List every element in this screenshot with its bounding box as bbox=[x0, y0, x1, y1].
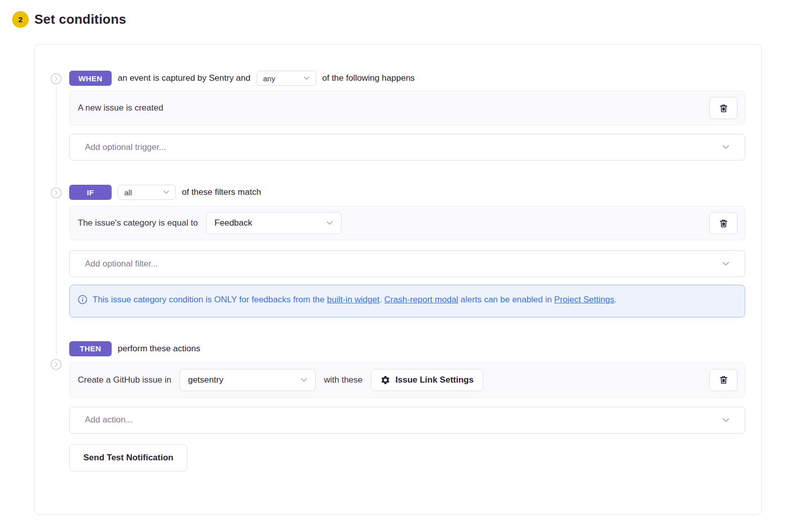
when-section: WHEN an event is captured by Sentry and … bbox=[69, 71, 745, 161]
step-number: 2 bbox=[18, 15, 22, 24]
info-icon bbox=[78, 293, 87, 309]
action-label: Create a GitHub issue in bbox=[78, 375, 171, 385]
info-alert: This issue category condition is ONLY fo… bbox=[69, 285, 745, 317]
add-filter-placeholder: Add optional filter... bbox=[85, 259, 158, 269]
github-repo-select[interactable]: getsentry bbox=[179, 369, 316, 391]
chevron-down-icon bbox=[304, 76, 310, 80]
chevron-down-icon bbox=[163, 190, 169, 194]
alert-text: . bbox=[379, 295, 384, 304]
chevron-right-circle-icon bbox=[51, 187, 62, 198]
gear-icon bbox=[380, 375, 390, 385]
github-repo-value: getsentry bbox=[188, 375, 223, 385]
crash-report-modal-link[interactable]: Crash-report modal bbox=[384, 295, 458, 304]
built-in-widget-link[interactable]: built-in widget bbox=[327, 295, 379, 304]
chevron-right-circle-icon bbox=[51, 73, 62, 84]
step-number-badge: 2 bbox=[12, 11, 29, 28]
if-filter-label: The issue's category is equal to bbox=[78, 218, 198, 228]
page-title: Set conditions bbox=[34, 12, 126, 27]
filter-category-select[interactable]: Feedback bbox=[206, 212, 341, 234]
chevron-down-icon bbox=[722, 261, 729, 266]
chevron-right-circle-icon bbox=[51, 359, 62, 370]
then-badge: THEN bbox=[69, 341, 112, 356]
delete-condition-button[interactable] bbox=[709, 97, 737, 119]
then-trail-text: perform these actions bbox=[118, 344, 200, 354]
send-test-notification-button[interactable]: Send Test Notification bbox=[69, 444, 187, 471]
when-condition-label: A new issue is created bbox=[78, 103, 163, 113]
then-header: THEN perform these actions bbox=[69, 341, 745, 356]
action-mid-text: with these bbox=[324, 375, 363, 385]
project-settings-link[interactable]: Project Settings bbox=[554, 295, 614, 304]
add-trigger-combobox[interactable]: Add optional trigger... bbox=[69, 134, 745, 161]
when-badge: WHEN bbox=[69, 71, 112, 86]
if-badge: IF bbox=[69, 185, 112, 200]
dashed-connector bbox=[56, 87, 57, 185]
chevron-down-icon bbox=[326, 221, 333, 225]
conditions-panel: WHEN an event is captured by Sentry and … bbox=[34, 44, 762, 515]
filter-category-value: Feedback bbox=[215, 218, 253, 228]
trash-icon bbox=[718, 375, 729, 385]
when-lead-text: an event is captured by Sentry and bbox=[118, 73, 251, 83]
when-aggregate-select[interactable]: any bbox=[257, 71, 316, 86]
page-header: 2 Set conditions bbox=[12, 11, 788, 28]
delete-filter-button[interactable] bbox=[709, 212, 737, 234]
chevron-down-icon bbox=[301, 378, 307, 382]
if-aggregate-select[interactable]: all bbox=[118, 185, 176, 200]
alert-text: This issue category condition is ONLY fo… bbox=[92, 295, 327, 304]
add-action-combobox[interactable]: Add action... bbox=[69, 407, 745, 434]
when-aggregate-value: any bbox=[263, 74, 275, 83]
trash-icon bbox=[718, 103, 729, 114]
add-trigger-placeholder: Add optional trigger... bbox=[85, 142, 166, 152]
chevron-down-icon bbox=[722, 418, 729, 422]
issue-link-settings-button[interactable]: Issue Link Settings bbox=[371, 369, 483, 391]
chevron-down-icon bbox=[722, 145, 729, 149]
if-trail-text: of these filters match bbox=[182, 187, 261, 197]
if-filter-row: The issue's category is equal to Feedbac… bbox=[69, 206, 745, 240]
when-header: WHEN an event is captured by Sentry and … bbox=[69, 71, 745, 86]
if-section: IF all of these filters match The issue'… bbox=[69, 185, 745, 317]
when-condition-row: A new issue is created bbox=[69, 91, 745, 125]
delete-action-button[interactable] bbox=[709, 369, 737, 391]
then-section: THEN perform these actions Create a GitH… bbox=[69, 341, 745, 471]
add-filter-combobox[interactable]: Add optional filter... bbox=[69, 250, 745, 277]
issue-link-settings-label: Issue Link Settings bbox=[396, 375, 474, 385]
add-action-placeholder: Add action... bbox=[85, 415, 133, 425]
info-alert-text: This issue category condition is ONLY fo… bbox=[92, 293, 617, 309]
alert-text: . bbox=[614, 295, 617, 304]
then-action-row: Create a GitHub issue in getsentry with … bbox=[69, 362, 745, 398]
trash-icon bbox=[718, 218, 729, 229]
dashed-connector bbox=[56, 201, 57, 356]
alert-text: alerts can be enabled in bbox=[458, 295, 554, 304]
if-aggregate-value: all bbox=[124, 188, 132, 197]
when-trail-text: of the following happens bbox=[322, 73, 415, 83]
if-header: IF all of these filters match bbox=[69, 185, 745, 200]
